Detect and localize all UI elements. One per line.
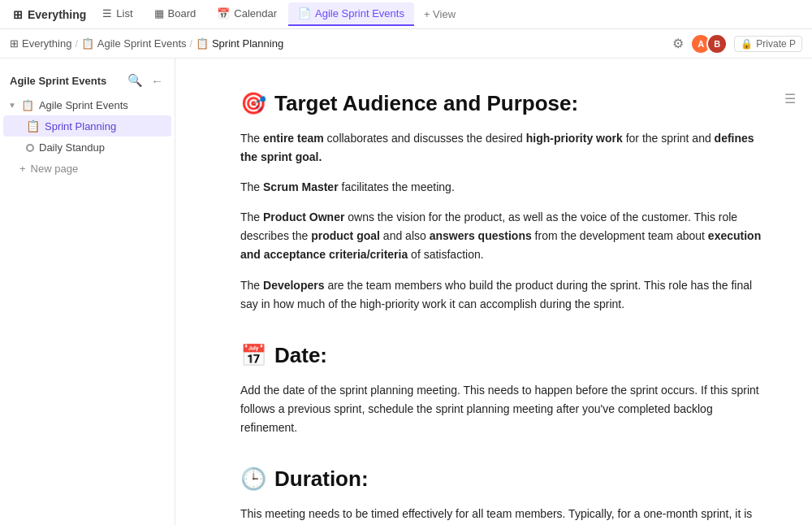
- breadcrumb-everything[interactable]: ⊞ Everything: [10, 37, 71, 50]
- date-emoji: 📅: [240, 343, 266, 368]
- nav-tabs: ☰ List ▦ Board 📅 Calendar 📄 Agile Sprint…: [93, 2, 806, 26]
- date-heading-text: Date:: [274, 343, 327, 368]
- tab-list[interactable]: ☰ List: [93, 2, 142, 26]
- settings-icon[interactable]: ⚙: [672, 36, 684, 51]
- sidebar-header-icons: 🔍 ←: [126, 72, 165, 89]
- sidebar-new-page-button[interactable]: + New page: [0, 158, 175, 179]
- top-nav: ⊞ Everything ☰ List ▦ Board 📅 Calendar 📄…: [0, 0, 812, 29]
- new-page-plus-icon: +: [19, 163, 26, 175]
- privacy-badge[interactable]: 🔒 Private P: [734, 36, 802, 52]
- sprint-planning-icon: 📋: [26, 119, 40, 132]
- sidebar-item-daily-standup[interactable]: Daily Standup: [3, 137, 171, 158]
- sprint-breadcrumb-icon: 📋: [196, 37, 209, 50]
- duration-heading: 🕒 Duration:: [240, 466, 763, 492]
- duration-para-1: This meeting needs to be timed effective…: [240, 505, 763, 525]
- sidebar: Agile Sprint Events 🔍 ← ▼ 📋 Agile Sprint…: [0, 59, 175, 525]
- breadcrumb-sep-1: /: [75, 38, 77, 50]
- sidebar-item-daily-standup-label: Daily Standup: [39, 141, 105, 154]
- target-para-3: The Product Owner owns the vision for th…: [240, 208, 763, 264]
- breadcrumb-sprint[interactable]: 📋 Sprint Planning: [196, 37, 283, 50]
- section-duration: 🕒 Duration: This meeting needs to be tim…: [240, 466, 763, 525]
- breadcrumb-bar: ⊞ Everything / 📋 Agile Sprint Events / 📋…: [0, 29, 812, 59]
- list-icon: ☰: [102, 7, 112, 20]
- sidebar-item-sprint-planning-label: Sprint Planning: [45, 120, 116, 132]
- sidebar-item-sprint-planning[interactable]: 📋 Sprint Planning: [3, 115, 171, 137]
- breadcrumb-agile-label: Agile Sprint Events: [97, 37, 187, 50]
- breadcrumb-everything-label: Everything: [22, 37, 71, 50]
- content-toolbar: ☰: [784, 91, 796, 106]
- date-para-1: Add the date of the sprint planning meet…: [240, 381, 763, 437]
- tab-agile-label: Agile Sprint Events: [315, 7, 404, 20]
- breadcrumb-agile[interactable]: 📋 Agile Sprint Events: [81, 37, 187, 50]
- breadcrumb-actions: ⚙ A B 🔒 Private P: [672, 33, 802, 54]
- brand-name: Everything: [28, 8, 86, 21]
- daily-standup-icon: [26, 144, 34, 152]
- duration-emoji: 🕒: [240, 466, 266, 492]
- tab-list-label: List: [116, 7, 132, 20]
- breadcrumb-sep-2: /: [190, 38, 192, 50]
- sidebar-section-label: Agile Sprint Events: [39, 99, 128, 111]
- target-emoji: 🎯: [240, 91, 266, 116]
- breadcrumb-sprint-label: Sprint Planning: [212, 37, 283, 50]
- brand-icon: ⊞: [13, 8, 23, 21]
- sidebar-search-button[interactable]: 🔍: [126, 72, 145, 89]
- everything-icon: ⊞: [10, 37, 19, 50]
- content-layout-icon[interactable]: ☰: [784, 92, 796, 106]
- sidebar-section-icon: 📋: [21, 99, 34, 111]
- add-view-label: + View: [424, 8, 456, 20]
- duration-heading-text: Duration:: [274, 466, 369, 492]
- target-audience-heading: 🎯 Target Audience and Purpose:: [240, 91, 763, 116]
- sidebar-section-agile[interactable]: ▼ 📋 Agile Sprint Events: [0, 96, 175, 115]
- target-heading-text: Target Audience and Purpose:: [274, 91, 578, 116]
- avatar-2: B: [706, 33, 728, 54]
- sidebar-title: Agile Sprint Events: [10, 75, 106, 87]
- section-date: 📅 Date: Add the date of the sprint plann…: [240, 343, 763, 437]
- sidebar-toggle-icon: ▼: [8, 101, 16, 110]
- board-icon: ▦: [154, 7, 164, 20]
- new-page-label: New page: [31, 163, 79, 175]
- target-para-4: The Developers are the team members who …: [240, 276, 763, 314]
- sidebar-collapse-button[interactable]: ←: [149, 72, 165, 89]
- agile-icon: 📄: [298, 7, 311, 20]
- content-area: ☰ 🎯 Target Audience and Purpose: The ent…: [175, 59, 812, 525]
- avatar-group: A B: [690, 33, 728, 54]
- main-layout: Agile Sprint Events 🔍 ← ▼ 📋 Agile Sprint…: [0, 59, 812, 525]
- sidebar-header: Agile Sprint Events 🔍 ←: [0, 65, 175, 96]
- target-para-2: The Scrum Master facilitates the meeting…: [240, 178, 763, 197]
- target-para-1: The entire team collaborates and discuss…: [240, 129, 763, 167]
- tab-board[interactable]: ▦ Board: [145, 2, 206, 26]
- privacy-label: Private P: [756, 38, 796, 50]
- calendar-icon: 📅: [217, 7, 230, 20]
- tab-calendar-label: Calendar: [234, 7, 277, 20]
- add-view-button[interactable]: + View: [416, 5, 464, 24]
- tab-agile[interactable]: 📄 Agile Sprint Events: [288, 2, 414, 26]
- agile-breadcrumb-icon: 📋: [81, 37, 94, 50]
- tab-board-label: Board: [168, 7, 197, 20]
- tab-calendar[interactable]: 📅 Calendar: [207, 2, 287, 26]
- lock-icon: 🔒: [741, 38, 753, 50]
- section-target-audience: 🎯 Target Audience and Purpose: The entir…: [240, 91, 763, 314]
- date-heading: 📅 Date:: [240, 343, 763, 368]
- brand[interactable]: ⊞ Everything: [6, 8, 93, 21]
